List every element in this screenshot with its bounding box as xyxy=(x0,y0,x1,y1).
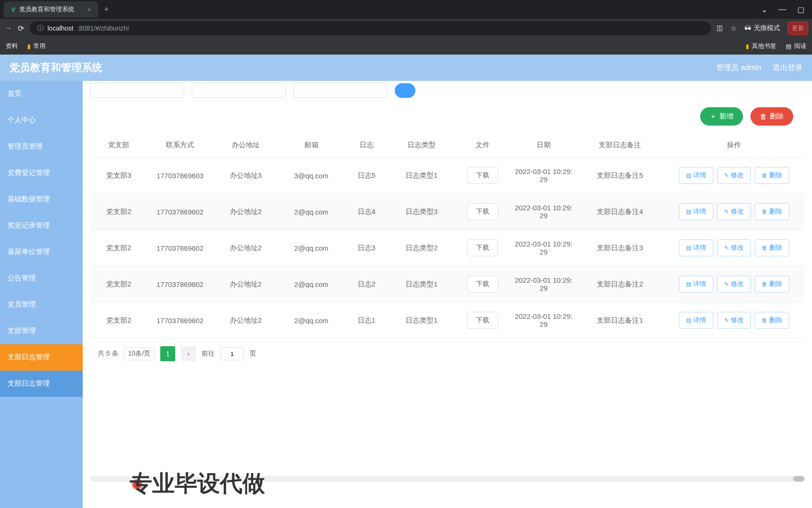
detail-button[interactable]: ▤详情 xyxy=(679,239,713,256)
page-next-button[interactable]: › xyxy=(181,346,196,361)
pagination: 共 5 条 10条/页 1 › 前往 页 xyxy=(90,339,804,369)
cell: ▤详情✎修改🗑删除 xyxy=(664,266,804,302)
cell: 党支部2 xyxy=(90,266,147,302)
logout-link[interactable]: 退出登录 xyxy=(773,63,803,73)
query-button[interactable] xyxy=(395,83,415,98)
detail-button[interactable]: ▤详情 xyxy=(679,167,713,184)
cell: 支部日志备注1 xyxy=(577,302,664,339)
sidebar-item-4[interactable]: 基础数据管理 xyxy=(0,186,83,213)
edit-icon: ✎ xyxy=(724,281,729,287)
cell: 2022-03-01 10:29:29 xyxy=(511,158,577,194)
page-input[interactable] xyxy=(220,347,244,360)
download-button[interactable]: 下载 xyxy=(467,239,498,256)
update-button[interactable]: 更新 xyxy=(788,22,808,35)
sidebar-item-9[interactable]: 支部管理 xyxy=(0,318,83,344)
add-button[interactable]: ＋ 新增 xyxy=(700,107,743,126)
edit-icon: ✎ xyxy=(724,245,729,251)
cell: 党支部3 xyxy=(90,158,147,194)
sidebar-item-2[interactable]: 管理员管理 xyxy=(0,134,83,160)
edit-button[interactable]: ✎修改 xyxy=(717,276,751,293)
download-button[interactable]: 下载 xyxy=(467,276,498,293)
row-delete-button[interactable]: 🗑删除 xyxy=(755,276,789,293)
filter-input-1[interactable] xyxy=(90,83,184,98)
download-button[interactable]: 下载 xyxy=(467,312,498,329)
reload-icon[interactable]: ⟳ xyxy=(18,24,24,33)
row-delete-button[interactable]: 🗑删除 xyxy=(755,203,789,220)
incognito-badge[interactable]: 🕶 无痕模式 xyxy=(744,24,780,32)
trash-icon: 🗑 xyxy=(762,317,767,324)
sidebar-item-3[interactable]: 党费登记管理 xyxy=(0,160,83,186)
trash-icon: 🗑 xyxy=(762,281,767,287)
cursor-indicator xyxy=(132,479,143,490)
table-row: 党支部2177037869602办公地址22@qq.com日志2日志类型1下载2… xyxy=(90,266,804,302)
table-row: 党支部2177037869602办公地址22@qq.com日志4日志类型3下载2… xyxy=(90,194,804,230)
page-size-select[interactable]: 10条/页 xyxy=(124,347,155,360)
new-tab-button[interactable]: + xyxy=(104,5,109,15)
tab-title: 党员教育和管理系统 xyxy=(19,5,74,14)
row-delete-button[interactable]: 🗑删除 xyxy=(755,239,789,256)
cell: 下载 xyxy=(454,194,511,230)
minimize-icon[interactable]: — xyxy=(779,5,786,14)
table-row: 党支部3177037869603办公地址33@qq.com日志5日志类型1下载2… xyxy=(90,158,804,194)
row-delete-button[interactable]: 🗑删除 xyxy=(755,167,789,184)
cell: 支部日志备注2 xyxy=(577,266,664,302)
sidebar-item-0[interactable]: 首页 xyxy=(0,81,83,107)
sidebar-item-7[interactable]: 公告管理 xyxy=(0,265,83,292)
col-header-3: 邮箱 xyxy=(279,133,344,158)
download-button[interactable]: 下载 xyxy=(467,203,498,220)
col-header-9: 操作 xyxy=(664,133,804,158)
download-button[interactable]: 下载 xyxy=(467,167,498,184)
browser-tab[interactable]: V 党员教育和管理系统 × xyxy=(4,1,98,17)
bookmark-ziliao[interactable]: 资料 xyxy=(6,42,18,50)
edit-button[interactable]: ✎修改 xyxy=(717,203,751,220)
cell: 2@qq.com xyxy=(279,266,344,302)
row-delete-button[interactable]: 🗑删除 xyxy=(755,312,789,329)
browser-chrome: V 党员教育和管理系统 × + ⌄ — ▢ → ⟳ ⓘ localhost:80… xyxy=(0,0,812,55)
url-input[interactable]: ⓘ localhost:8081/#/zhiburizhi xyxy=(30,21,711,35)
folder-icon: ▮ xyxy=(746,43,749,50)
close-tab-icon[interactable]: × xyxy=(87,6,91,13)
col-header-6: 文件 xyxy=(454,133,511,158)
bookmark-reading[interactable]: ▤阅读 xyxy=(786,42,806,50)
cell: 下载 xyxy=(454,302,511,339)
cell: 日志类型1 xyxy=(389,302,454,339)
filter-input-3[interactable] xyxy=(293,83,387,98)
bookmark-changyong[interactable]: ▮常用 xyxy=(27,42,46,50)
forward-icon[interactable]: → xyxy=(4,24,12,33)
edit-button[interactable]: ✎修改 xyxy=(717,312,751,329)
sidebar-item-8[interactable]: 党员管理 xyxy=(0,292,83,318)
sidebar-item-6[interactable]: 基层单位管理 xyxy=(0,239,83,265)
delete-button[interactable]: 🗑 删除 xyxy=(750,107,793,126)
key-icon[interactable]: ⚿ xyxy=(717,24,723,32)
col-header-2: 办公地址 xyxy=(213,133,279,158)
data-table: 党支部联系方式办公地址邮箱日志日志类型文件日期支部日志备注操作 党支部31770… xyxy=(90,133,804,339)
edit-button[interactable]: ✎修改 xyxy=(717,167,751,184)
doc-icon: ▤ xyxy=(686,208,691,215)
col-header-7: 日期 xyxy=(511,133,577,158)
maximize-icon[interactable]: ▢ xyxy=(797,5,804,14)
sidebar-item-10[interactable]: 支部日志管理 xyxy=(0,344,83,371)
plus-icon: ＋ xyxy=(710,112,717,121)
horizontal-scrollbar[interactable] xyxy=(90,476,804,482)
user-label[interactable]: 管理员 admin xyxy=(716,63,761,73)
detail-button[interactable]: ▤详情 xyxy=(679,312,713,329)
address-bar: → ⟳ ⓘ localhost:8081/#/zhiburizhi ⚿ ☆ 🕶 … xyxy=(0,19,812,38)
detail-button[interactable]: ▤详情 xyxy=(679,276,713,293)
cell: 办公地址2 xyxy=(213,230,279,266)
page-1-button[interactable]: 1 xyxy=(160,346,175,361)
chevron-down-icon[interactable]: ⌄ xyxy=(761,5,767,14)
detail-button[interactable]: ▤详情 xyxy=(679,203,713,220)
bookmark-other[interactable]: ▮其他书签 xyxy=(746,42,776,50)
vue-icon: V xyxy=(11,6,16,13)
star-icon[interactable]: ☆ xyxy=(731,24,737,32)
cell: 办公地址2 xyxy=(213,266,279,302)
sidebar-item-1[interactable]: 个人中心 xyxy=(0,107,83,134)
scrollbar-thumb[interactable] xyxy=(793,476,804,482)
edit-button[interactable]: ✎修改 xyxy=(717,239,751,256)
sidebar-item-11[interactable]: 支部日志管理 xyxy=(0,371,83,397)
cell: 2@qq.com xyxy=(279,194,344,230)
window-controls: ⌄ — ▢ xyxy=(761,5,812,14)
sidebar-item-5[interactable]: 奖惩记录管理 xyxy=(0,213,83,239)
doc-icon: ▤ xyxy=(686,245,691,251)
filter-input-2[interactable] xyxy=(192,83,286,98)
